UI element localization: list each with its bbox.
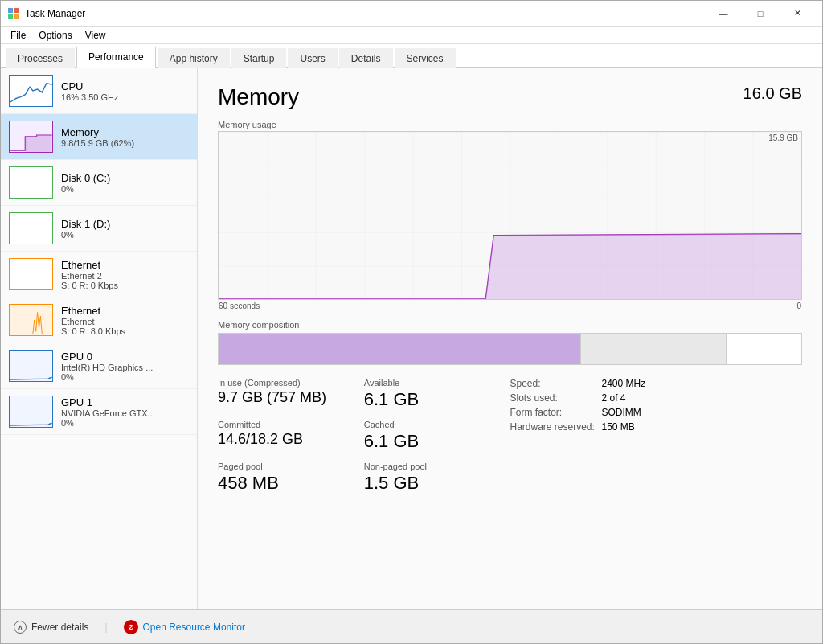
composition-bar xyxy=(218,333,802,365)
window-controls: — □ ✕ xyxy=(705,1,816,27)
form-label: Form factor: xyxy=(510,407,599,418)
svg-rect-6 xyxy=(10,167,51,198)
svg-rect-3 xyxy=(14,14,19,19)
sidebar-item-gpu1[interactable]: GPU 1 NVIDIA GeForce GTX... 0% xyxy=(1,389,197,435)
in-use-value: 9.7 GB (757 MB) xyxy=(218,389,364,406)
gpu0-detail2: 0% xyxy=(61,372,189,382)
chart-y-max: 15.9 GB xyxy=(768,133,798,142)
memory-detail: 9.8/15.9 GB (62%) xyxy=(61,138,189,148)
tab-users[interactable]: Users xyxy=(288,48,337,68)
ethernet0-info: Ethernet Ethernet 2 S: 0 R: 0 Kbps xyxy=(61,259,189,290)
minimize-button[interactable]: — xyxy=(705,1,742,27)
chart-x-left: 60 seconds xyxy=(219,301,260,310)
chevron-up-icon: ∧ xyxy=(14,621,27,634)
menu-file[interactable]: File xyxy=(4,28,32,43)
committed-label: Committed xyxy=(218,420,364,429)
non-paged-pool-value: 1.5 GB xyxy=(364,473,510,494)
maximize-button[interactable]: □ xyxy=(742,1,779,27)
hw-reserved-row: Hardware reserved: 150 MB xyxy=(510,421,803,433)
tab-app-history[interactable]: App history xyxy=(158,48,230,68)
sidebar-item-cpu[interactable]: CPU 16% 3.50 GHz xyxy=(1,68,197,114)
memory-thumbnail xyxy=(9,121,53,153)
resource-monitor-icon: ⊘ xyxy=(124,620,138,634)
fewer-details-button[interactable]: ∧ Fewer details xyxy=(14,621,88,634)
menu-options[interactable]: Options xyxy=(32,28,78,43)
gpu0-info: GPU 0 Intel(R) HD Graphics ... 0% xyxy=(61,351,189,382)
gpu0-label: GPU 0 xyxy=(61,351,189,363)
ethernet1-info: Ethernet Ethernet S: 0 R: 8.0 Kbps xyxy=(61,305,189,336)
comp-free xyxy=(726,334,801,364)
stat-cached: Cached 6.1 GB xyxy=(364,420,510,452)
gpu1-detail2: 0% xyxy=(61,418,189,428)
available-value: 6.1 GB xyxy=(364,389,510,410)
memory-info: Memory 9.8/15.9 GB (62%) xyxy=(61,126,189,148)
cpu-detail: 16% 3.50 GHz xyxy=(61,92,189,102)
svg-rect-7 xyxy=(10,213,51,244)
detail-header: Memory 16.0 GB xyxy=(218,84,802,110)
cached-label: Cached xyxy=(364,420,510,429)
tabs-bar: Processes Performance App history Startu… xyxy=(1,44,822,68)
comp-standby xyxy=(580,334,726,364)
gpu0-detail1: Intel(R) HD Graphics ... xyxy=(61,363,189,372)
main-content: CPU 16% 3.50 GHz Memory 9.8/15.9 GB (62%… xyxy=(1,68,822,609)
tab-processes[interactable]: Processes xyxy=(6,48,75,68)
detail-total: 16.0 GB xyxy=(743,84,802,103)
stat-specs: Speed: 2400 MHz Slots used: 2 of 4 Form … xyxy=(510,378,803,494)
disk1-thumbnail xyxy=(9,212,53,244)
menu-view[interactable]: View xyxy=(79,28,113,43)
gpu1-detail1: NVIDIA GeForce GTX... xyxy=(61,408,189,418)
open-resource-monitor-link[interactable]: ⊘ Open Resource Monitor xyxy=(124,620,245,634)
in-use-label: In use (Compressed) xyxy=(218,378,364,388)
gpu1-info: GPU 1 NVIDIA GeForce GTX... 0% xyxy=(61,396,189,428)
chart-x-labels: 60 seconds 0 xyxy=(218,301,802,310)
sidebar-item-disk0[interactable]: Disk 0 (C:) 0% xyxy=(1,160,197,206)
stat-paged-pool: Paged pool 458 MB xyxy=(218,461,364,494)
slots-row: Slots used: 2 of 4 xyxy=(510,392,803,404)
ethernet1-thumbnail xyxy=(9,304,53,336)
committed-value: 14.6/18.2 GB xyxy=(218,431,364,448)
disk0-thumbnail xyxy=(9,166,53,199)
tab-startup[interactable]: Startup xyxy=(231,48,287,68)
svg-rect-10 xyxy=(10,351,51,381)
cpu-label: CPU xyxy=(61,80,189,92)
speed-value: 2400 MHz xyxy=(602,378,646,389)
specs-kv: Speed: 2400 MHz Slots used: 2 of 4 Form … xyxy=(510,378,803,433)
ethernet1-detail1: Ethernet xyxy=(61,317,189,326)
tab-services[interactable]: Services xyxy=(395,48,456,68)
sidebar: CPU 16% 3.50 GHz Memory 9.8/15.9 GB (62%… xyxy=(1,68,198,609)
available-label: Available xyxy=(364,378,510,388)
detail-title: Memory xyxy=(218,84,299,110)
sidebar-item-disk1[interactable]: Disk 1 (D:) 0% xyxy=(1,206,197,252)
slots-value: 2 of 4 xyxy=(602,392,626,404)
paged-pool-label: Paged pool xyxy=(218,461,364,471)
disk0-info: Disk 0 (C:) 0% xyxy=(61,172,189,194)
ethernet0-detail2: S: 0 R: 0 Kbps xyxy=(61,281,189,290)
tab-details[interactable]: Details xyxy=(339,48,393,68)
non-paged-pool-label: Non-paged pool xyxy=(364,461,510,471)
hw-reserved-label: Hardware reserved: xyxy=(510,421,599,433)
ethernet1-label: Ethernet xyxy=(61,305,189,317)
task-manager-window: Task Manager — □ ✕ File Options View Pro… xyxy=(0,0,823,644)
form-value: SODIMM xyxy=(602,407,641,418)
tab-performance[interactable]: Performance xyxy=(76,47,156,68)
disk1-info: Disk 1 (D:) 0% xyxy=(61,218,189,240)
hw-reserved-value: 150 MB xyxy=(602,421,635,433)
sidebar-item-memory[interactable]: Memory 9.8/15.9 GB (62%) xyxy=(1,114,197,160)
gpu1-label: GPU 1 xyxy=(61,396,189,408)
svg-rect-2 xyxy=(8,14,13,19)
open-resource-monitor-label: Open Resource Monitor xyxy=(143,621,245,633)
sidebar-item-ethernet0[interactable]: Ethernet Ethernet 2 S: 0 R: 0 Kbps xyxy=(1,252,197,297)
gpu1-thumbnail xyxy=(9,396,53,428)
sidebar-item-gpu0[interactable]: GPU 0 Intel(R) HD Graphics ... 0% xyxy=(1,343,197,389)
composition-label: Memory composition xyxy=(218,320,802,330)
memory-label: Memory xyxy=(61,126,189,138)
stat-available: Available 6.1 GB xyxy=(364,378,510,410)
memory-chart: 15.9 GB xyxy=(218,131,802,300)
disk0-detail: 0% xyxy=(61,184,189,194)
chart-label: Memory usage xyxy=(218,120,802,129)
sidebar-item-ethernet1[interactable]: Ethernet Ethernet S: 0 R: 8.0 Kbps xyxy=(1,297,197,343)
window-title: Task Manager xyxy=(25,8,705,19)
title-bar: Task Manager — □ ✕ xyxy=(1,1,822,27)
close-button[interactable]: ✕ xyxy=(779,1,816,27)
disk1-detail: 0% xyxy=(61,230,189,240)
